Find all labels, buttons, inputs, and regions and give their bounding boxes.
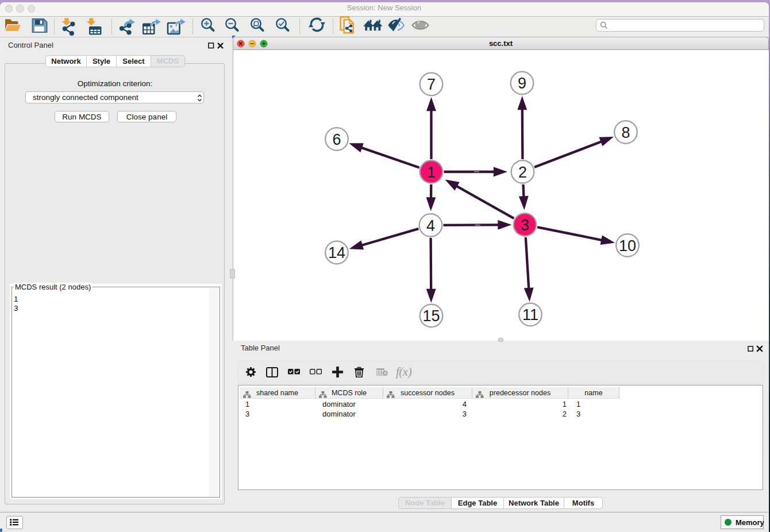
svg-text:9: 9 [518, 75, 526, 92]
svg-text:6: 6 [332, 130, 341, 148]
svg-text:4: 4 [426, 217, 435, 234]
svg-text:3: 3 [521, 216, 529, 233]
svg-text:1: 1 [427, 163, 436, 180]
svg-text:8: 8 [621, 124, 630, 141]
svg-text:10: 10 [619, 237, 636, 254]
svg-text:7: 7 [427, 76, 436, 93]
svg-text:11: 11 [522, 306, 538, 323]
svg-text:15: 15 [422, 307, 440, 325]
svg-text:14: 14 [328, 244, 345, 261]
svg-text:2: 2 [518, 163, 527, 180]
